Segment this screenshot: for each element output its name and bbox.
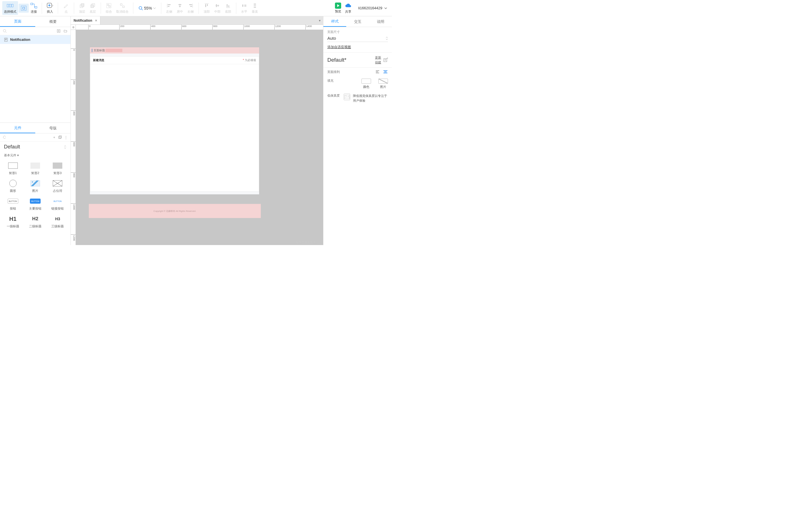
style-state-section: Default* 更新 创建 xyxy=(323,53,392,68)
ruler-horizontal[interactable]: 0 200 400 600 800 1000 1200 1400 xyxy=(76,25,323,30)
send-back-button[interactable]: 底层 xyxy=(88,1,98,15)
select-contained-button[interactable] xyxy=(18,4,29,13)
widget-h3[interactable]: H3三级标题 xyxy=(47,213,69,231)
share-button[interactable]: 共享 xyxy=(343,1,353,15)
header-title: 页面标题 xyxy=(94,48,105,52)
ungroup-button[interactable]: 取消组合 xyxy=(114,1,130,15)
svg-rect-29 xyxy=(229,5,229,7)
widget-h2[interactable]: H2二级标题 xyxy=(24,213,46,231)
card-title: 新建消息 xyxy=(93,58,104,62)
doc-tab-notification[interactable]: Notification × xyxy=(71,16,100,24)
front-icon xyxy=(79,2,86,9)
fill-color-option[interactable]: 颜色 xyxy=(361,78,371,89)
add-adaptive-link[interactable]: 添加自适应视图 xyxy=(327,45,351,50)
tabs-dropdown[interactable]: ▾ xyxy=(316,16,323,24)
mock-footer[interactable]: Copyright © 北极映画 All Rights Reserved. xyxy=(89,199,261,218)
play-icon xyxy=(335,3,341,9)
ruler-vertical[interactable]: 0 200 400 600 800 1000 1200 xyxy=(71,30,76,245)
connect-button[interactable]: 连接 xyxy=(29,1,39,15)
tab-pages[interactable]: 页面 xyxy=(0,16,35,27)
user-name: li16620164429 xyxy=(358,6,382,10)
align-left-button[interactable]: 左侧 xyxy=(164,1,174,15)
dist-v-icon xyxy=(252,2,258,9)
tab-notes[interactable]: 说明 xyxy=(369,16,392,27)
chevron-down-icon xyxy=(153,7,156,10)
distribute-h-button[interactable]: 水平 xyxy=(239,1,249,15)
svg-rect-26 xyxy=(216,4,217,7)
add-page-button[interactable] xyxy=(56,29,61,33)
insert-button[interactable]: 插入 xyxy=(45,1,55,15)
create-style-link[interactable]: 创建 xyxy=(375,60,381,64)
svg-rect-28 xyxy=(227,4,227,7)
artboard[interactable]: 页面标题 新建消息 * 为必填项 xyxy=(90,47,259,194)
align-top-button[interactable]: 顶部 xyxy=(202,1,212,15)
distribute-v-button[interactable]: 垂直 xyxy=(250,1,260,15)
tab-outline[interactable]: 概要 xyxy=(35,16,70,27)
align-bottom-button[interactable]: 底部 xyxy=(223,1,233,15)
tab-masters[interactable]: 母版 xyxy=(35,123,70,133)
plus-icon xyxy=(47,2,53,9)
zoom-control[interactable]: 55% xyxy=(139,6,156,10)
tab-style[interactable]: 样式 xyxy=(323,16,346,27)
header-accent xyxy=(92,49,93,52)
page-item-notification[interactable]: Notification xyxy=(0,35,70,44)
bring-front-button[interactable]: 顶层 xyxy=(77,1,87,15)
widget-rect1[interactable]: 矩形1 xyxy=(2,160,24,177)
color-swatch xyxy=(361,78,371,83)
align-page-left-button[interactable] xyxy=(375,70,380,74)
user-menu[interactable]: li16620164429 xyxy=(358,6,388,10)
widget-button-primary[interactable]: BUTTON主要按钮 xyxy=(24,195,46,213)
align-center-h-button[interactable]: 居中 xyxy=(175,1,185,15)
align-page-center-button[interactable] xyxy=(383,70,388,74)
add-library-button[interactable]: + xyxy=(52,135,56,140)
search-icon xyxy=(3,29,7,33)
close-icon[interactable]: × xyxy=(95,18,97,22)
widget-rect2[interactable]: 矩形2 xyxy=(24,160,46,177)
svg-rect-31 xyxy=(244,4,245,7)
widget-h1[interactable]: H1一级标题 xyxy=(2,213,24,231)
svg-rect-0 xyxy=(7,4,9,7)
svg-rect-33 xyxy=(254,4,256,4)
widgets-search-input[interactable] xyxy=(8,135,50,139)
page-align-row: 页面排列 xyxy=(323,68,392,76)
group-button[interactable]: 组合 xyxy=(104,1,114,15)
doc-tab-label: Notification xyxy=(73,18,92,22)
more-button[interactable]: ⋮ xyxy=(64,135,68,140)
align-right-button[interactable]: 右侧 xyxy=(186,1,196,15)
svg-rect-3 xyxy=(21,6,26,10)
widget-button[interactable]: BUTTON按钮 xyxy=(2,195,24,213)
chevron-down-icon xyxy=(384,6,388,10)
add-folder-button[interactable] xyxy=(63,29,68,33)
svg-rect-13 xyxy=(107,4,109,6)
pen-point-button[interactable]: 点 xyxy=(61,1,71,15)
widget-rect3[interactable]: 矩形3 xyxy=(47,160,69,177)
widget-category[interactable]: 基本元件 ▾ xyxy=(0,152,70,159)
widget-placeholder[interactable]: 占位符 xyxy=(47,177,69,195)
widget-button-link[interactable]: BUTTON链接按钮 xyxy=(47,195,69,213)
library-select[interactable]: Default xyxy=(0,142,70,152)
right-panel: 样式 交互 说明 页面尺寸 Auto 添加自适应视图 Default* 更新 创… xyxy=(323,16,392,245)
ruler-origin[interactable]: ⊕ xyxy=(71,25,76,30)
select-mode-button[interactable]: 选择模式 xyxy=(2,1,18,15)
top-toolbar: 选择模式 连接 插入 点 顶层 底层 组合 取消组合 55% xyxy=(0,0,392,16)
widgets-search-row: + ⋮ xyxy=(0,133,70,142)
tab-interactions[interactable]: 交互 xyxy=(346,16,369,27)
pages-search-input[interactable] xyxy=(9,29,54,33)
search-icon xyxy=(3,135,6,139)
tab-widgets[interactable]: 元件 xyxy=(0,123,35,133)
fill-image-option[interactable]: 图片 xyxy=(378,78,388,89)
page-dim-select[interactable]: Auto xyxy=(327,36,388,42)
library-options-button[interactable] xyxy=(58,135,62,140)
update-style-link[interactable]: 更新 xyxy=(375,55,381,60)
widget-ellipse[interactable]: 圆形 xyxy=(2,177,24,195)
widget-image[interactable]: 图片 xyxy=(24,177,46,195)
lowfi-toggle[interactable] xyxy=(344,94,350,100)
canvas[interactable]: 页面标题 新建消息 * 为必填项 Copyrigh xyxy=(76,30,323,245)
manage-styles-icon[interactable] xyxy=(384,58,388,62)
mock-header[interactable]: 页面标题 xyxy=(90,47,259,54)
preview-button[interactable]: 预览 xyxy=(333,1,343,15)
widget-grid: 矩形1 矩形2 矩形3 圆形 图片 占位符 BUTTON按钮 BUTTON主要按… xyxy=(0,159,70,232)
align-middle-button[interactable]: 中部 xyxy=(212,1,222,15)
mock-card[interactable]: 新建消息 * 为必填项 xyxy=(90,56,259,191)
svg-rect-18 xyxy=(168,4,170,5)
